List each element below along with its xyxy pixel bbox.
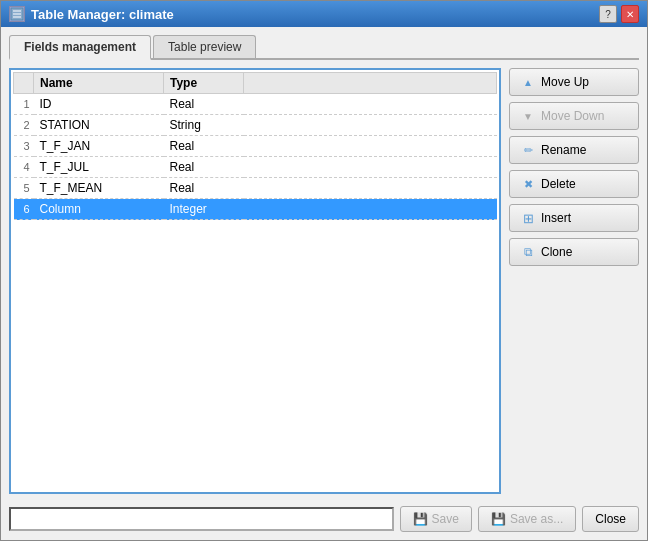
col-header-name: Name	[34, 73, 164, 94]
move-up-button[interactable]: Move Up	[509, 68, 639, 96]
window-title: Table Manager: climate	[31, 7, 174, 22]
row-name: T_F_MEAN	[34, 178, 164, 199]
help-button[interactable]: ?	[599, 5, 617, 23]
action-buttons-panel: Move Up Move Down Rename Delete Insert	[509, 68, 639, 494]
table-row[interactable]: 5 T_F_MEAN Real	[14, 178, 497, 199]
title-bar: Table Manager: climate ? ✕	[1, 1, 647, 27]
delete-button[interactable]: Delete	[509, 170, 639, 198]
bottom-input[interactable]	[9, 507, 394, 531]
fields-table-container[interactable]: Name Type 1 ID Real 2 STATION String 3 T…	[9, 68, 501, 494]
bottom-bar: 💾 Save 💾 Save as... Close	[9, 502, 639, 532]
row-extra	[244, 178, 497, 199]
insert-button[interactable]: Insert	[509, 204, 639, 232]
title-controls: ? ✕	[599, 5, 639, 23]
main-area: Name Type 1 ID Real 2 STATION String 3 T…	[9, 68, 639, 494]
row-extra	[244, 136, 497, 157]
insert-icon	[520, 211, 536, 225]
rename-button[interactable]: Rename	[509, 136, 639, 164]
clone-button[interactable]: Clone	[509, 238, 639, 266]
col-header-num	[14, 73, 34, 94]
row-number: 6	[14, 199, 34, 220]
fields-table: Name Type 1 ID Real 2 STATION String 3 T…	[13, 72, 497, 220]
row-extra	[244, 157, 497, 178]
table-row[interactable]: 6 Column Integer	[14, 199, 497, 220]
tab-table-preview[interactable]: Table preview	[153, 35, 256, 58]
row-number: 2	[14, 115, 34, 136]
row-type: Real	[164, 136, 244, 157]
row-name: ID	[34, 94, 164, 115]
row-type: Real	[164, 94, 244, 115]
col-header-type: Type	[164, 73, 244, 94]
row-name: T_F_JUL	[34, 157, 164, 178]
row-extra	[244, 94, 497, 115]
tab-bar: Fields management Table preview	[9, 35, 639, 60]
move-down-icon	[520, 109, 536, 123]
window-icon	[9, 6, 25, 22]
title-bar-left: Table Manager: climate	[9, 6, 174, 22]
row-number: 1	[14, 94, 34, 115]
save-button[interactable]: 💾 Save	[400, 506, 472, 532]
close-button[interactable]: Close	[582, 506, 639, 532]
save-as-icon: 💾	[491, 512, 506, 526]
close-title-button[interactable]: ✕	[621, 5, 639, 23]
clone-icon	[520, 245, 536, 259]
rename-icon	[520, 143, 536, 157]
move-down-button[interactable]: Move Down	[509, 102, 639, 130]
table-row[interactable]: 3 T_F_JAN Real	[14, 136, 497, 157]
row-number: 4	[14, 157, 34, 178]
tab-fields-management[interactable]: Fields management	[9, 35, 151, 60]
delete-icon	[520, 177, 536, 191]
table-row[interactable]: 1 ID Real	[14, 94, 497, 115]
row-extra	[244, 199, 497, 220]
row-name: Column	[34, 199, 164, 220]
row-number: 3	[14, 136, 34, 157]
window-content: Fields management Table preview Name Typ…	[1, 27, 647, 540]
row-name: T_F_JAN	[34, 136, 164, 157]
table-row[interactable]: 4 T_F_JUL Real	[14, 157, 497, 178]
row-extra	[244, 115, 497, 136]
row-name: STATION	[34, 115, 164, 136]
col-header-extra	[244, 73, 497, 94]
row-type: String	[164, 115, 244, 136]
table-row[interactable]: 2 STATION String	[14, 115, 497, 136]
save-as-button[interactable]: 💾 Save as...	[478, 506, 576, 532]
main-window: Table Manager: climate ? ✕ Fields manage…	[0, 0, 648, 541]
row-type: Integer	[164, 199, 244, 220]
move-up-icon	[520, 75, 536, 89]
row-type: Real	[164, 157, 244, 178]
row-number: 5	[14, 178, 34, 199]
save-icon: 💾	[413, 512, 428, 526]
row-type: Real	[164, 178, 244, 199]
